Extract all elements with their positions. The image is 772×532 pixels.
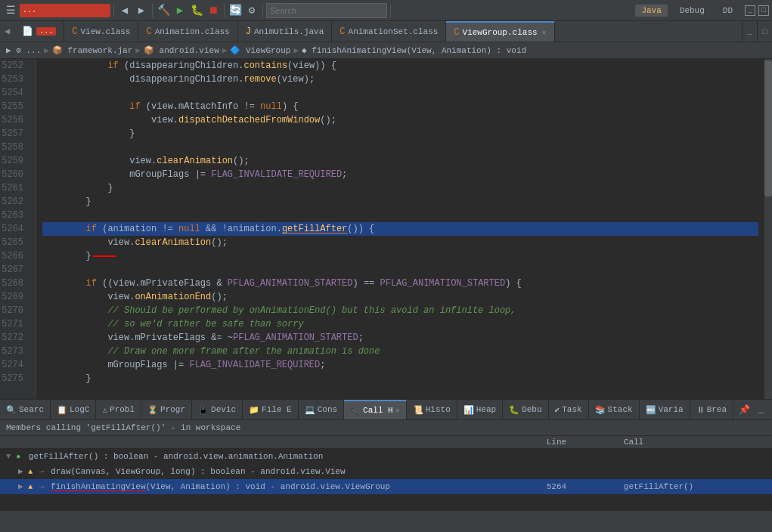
- panel-tab-console[interactable]: 💻 Cons: [299, 400, 344, 419]
- tab-view-class[interactable]: C View.class: [64, 21, 138, 42]
- tab-viewgroup-class[interactable]: C ViewGroup.class ✕: [446, 21, 554, 42]
- maximize-editor-btn[interactable]: □: [757, 21, 772, 42]
- code-line-5257: }: [42, 127, 758, 141]
- tab-icon-4: J: [246, 26, 251, 37]
- panel-tab-variables[interactable]: 🔤 Varia: [640, 400, 690, 419]
- panel-tab-debug[interactable]: 🐛 Debu: [503, 400, 548, 419]
- panel-tab-stack[interactable]: 📚 Stack: [589, 400, 640, 419]
- build-icon[interactable]: 🔨: [156, 3, 171, 18]
- code-line-5271: // so we'd rather be safe than sorry: [42, 317, 758, 331]
- editor: 5252 5253 5254 5255 5256 5257 5258 5259 …: [0, 59, 772, 399]
- callhierarchy-tab-icon: 📞: [350, 406, 361, 416]
- debug-tab-icon: 🐛: [509, 405, 519, 415]
- tab-label-4: AnimUtils.java: [254, 27, 324, 36]
- table-row[interactable]: ▶ ▲ → draw(Canvas, ViewGroup, long) : bo…: [0, 464, 772, 479]
- row1-call: [618, 449, 772, 464]
- panel-tab-task[interactable]: ✔ Task: [549, 400, 589, 419]
- sep5: [390, 4, 391, 17]
- toolbar: ☰ ... ◀ ▶ 🔨 ▶ 🐛 ⏹ 🔄 ⚙ Java Debug DD _ □: [0, 0, 772, 21]
- menu-icon[interactable]: ☰: [3, 3, 18, 18]
- code-area[interactable]: if (disappearingChildren.contains(view))…: [36, 59, 764, 399]
- panel-tab-progress[interactable]: ⏳ Progr: [141, 400, 192, 419]
- project-name[interactable]: ...: [20, 4, 110, 17]
- tab-icon-6: C: [454, 27, 459, 38]
- panel-tab-label-devices: Devic: [211, 405, 236, 414]
- refresh-icon[interactable]: 🔄: [228, 3, 243, 18]
- tab-close-6[interactable]: ✕: [542, 28, 547, 37]
- logc-tab-icon: 📋: [57, 405, 67, 415]
- panel-tab-label-history: Histo: [426, 405, 451, 414]
- file-explorer-tab-icon: 📁: [249, 405, 259, 415]
- panel-minimize-btn[interactable]: _: [753, 402, 768, 417]
- task-tab-icon: ✔: [555, 405, 560, 415]
- panel-tab-heap[interactable]: 📊 Heap: [457, 400, 503, 419]
- panel-tab-callhierarchy[interactable]: 📞 Call H ✕: [344, 400, 407, 419]
- code-line-5266: }: [42, 249, 758, 263]
- tab-animutils-java[interactable]: J AnimUtils.java: [238, 21, 333, 42]
- panel-tab-label-search: Searc: [19, 405, 44, 414]
- settings-icon[interactable]: ⚙: [244, 3, 259, 18]
- breadcrumb-item-3[interactable]: 📦 android.view: [144, 45, 219, 55]
- stop-icon[interactable]: ⏹: [206, 3, 221, 18]
- tab-icon-3: C: [146, 26, 151, 37]
- minimize-btn[interactable]: _: [745, 5, 755, 16]
- debug-perspective[interactable]: Debug: [674, 5, 711, 17]
- row2-expand-icon[interactable]: ▶: [18, 467, 28, 476]
- code-line-5265: view.clearAnimation();: [42, 236, 758, 249]
- tab-unknown[interactable]: 📄 ...: [14, 21, 64, 42]
- col-name-header: [0, 436, 541, 449]
- dd-perspective[interactable]: DD: [717, 5, 739, 17]
- row3-type-icon: ▲: [28, 483, 33, 491]
- panel-tab-breakpoints[interactable]: ⏸ Brea: [690, 400, 733, 419]
- code-line-5259: view.clearAnimation();: [42, 154, 758, 168]
- panel-tab-label-heap: Heap: [476, 405, 496, 414]
- tab-animationset-class[interactable]: C AnimationSet.class: [332, 21, 446, 42]
- panel-tab-logc[interactable]: 📋 LogC: [51, 400, 96, 419]
- call-hierarchy-table: Line Call ▼ ● getFillAfter() : boolean -…: [0, 436, 772, 494]
- history-tab-icon: 📜: [413, 405, 423, 415]
- breadcrumb-item-4[interactable]: 🔷 ViewGroup: [230, 45, 290, 55]
- tab-label-5: AnimationSet.class: [349, 27, 439, 36]
- row1-expand-icon[interactable]: ▼: [6, 452, 16, 461]
- row3-expand-icon[interactable]: ▶: [18, 482, 28, 491]
- table-row[interactable]: ▶ ▲ → finishAnimatingViewfinishAnimating…: [0, 479, 772, 494]
- panel-tab-devices[interactable]: 📱 Devic: [192, 400, 243, 419]
- run-icon[interactable]: ▶: [172, 3, 188, 18]
- heap-tab-icon: 📊: [464, 405, 474, 415]
- row1-line: [541, 449, 618, 464]
- breadcrumb-item-2[interactable]: 📦 framework.jar: [52, 45, 132, 55]
- debug-run-icon[interactable]: 🐛: [189, 3, 204, 18]
- forward-icon[interactable]: ▶: [134, 3, 149, 18]
- search-tab-icon: 🔍: [6, 405, 17, 415]
- panel-tab-history[interactable]: 📜 Histo: [407, 400, 457, 419]
- panel-tab-label-problems: Probl: [110, 405, 135, 414]
- pin-btn[interactable]: 📌: [736, 402, 752, 417]
- breakpoints-tab-icon: ⏸: [696, 405, 705, 415]
- top-right-area: Java Debug DD _ □: [635, 5, 769, 17]
- java-perspective[interactable]: Java: [635, 5, 667, 17]
- panel-tab-label-breakpoints: Brea: [707, 405, 727, 414]
- maximize-btn[interactable]: □: [758, 5, 769, 16]
- table-row[interactable]: ▼ ● getFillAfter() : boolean - android.v…: [0, 449, 772, 464]
- row3-line: 5264: [541, 479, 618, 494]
- devices-tab-icon: 📱: [198, 405, 209, 415]
- tab-scroll-left[interactable]: ◀: [0, 21, 14, 42]
- toolbar-search[interactable]: [266, 3, 387, 18]
- code-line-5275: }: [42, 372, 758, 385]
- row2-name: ▶ ▲ → draw(Canvas, ViewGroup, long) : bo…: [0, 464, 541, 479]
- stack-tab-icon: 📚: [595, 405, 606, 415]
- tab-animation-class[interactable]: C Animation.class: [138, 21, 237, 42]
- code-line-5269: view.onAnimationEnd();: [42, 290, 758, 304]
- panel-tab-search[interactable]: 🔍 Searc: [0, 400, 51, 419]
- panel-tab-file-explorer[interactable]: 📁 File E: [243, 400, 299, 419]
- callhierarchy-tab-close[interactable]: ✕: [395, 406, 400, 415]
- code-line-5255: if (view.mAttachInfo != null) {: [42, 100, 758, 113]
- panel-tab-problems[interactable]: ⚠ Probl: [96, 400, 141, 419]
- back-icon[interactable]: ◀: [117, 3, 132, 18]
- editor-scrollbar[interactable]: [764, 59, 772, 399]
- panel-tab-label-variables: Varia: [659, 405, 684, 414]
- minimize-editor-btn[interactable]: _: [742, 21, 757, 42]
- breadcrumb-item-5[interactable]: ◆ finishAnimatingView(View, Animation) :…: [302, 45, 526, 55]
- sep3: [224, 4, 225, 17]
- breadcrumb-item-1[interactable]: ▶ ⚙ ...: [6, 45, 41, 55]
